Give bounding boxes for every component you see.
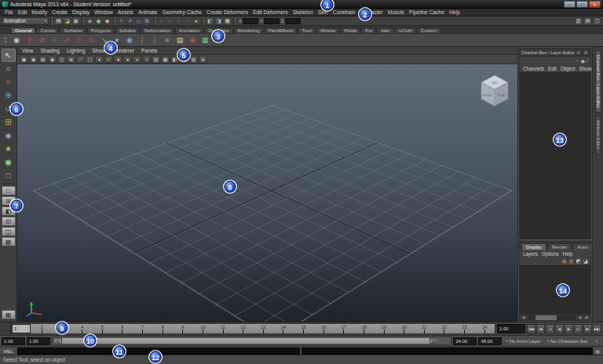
channel-box-toggle-icon[interactable]: ◫ [593, 17, 601, 25]
range-end-handle[interactable]: 24 [429, 338, 438, 344]
go-to-start-button[interactable]: |◀◀ [527, 324, 535, 334]
shelf-tab-muscle[interactable]: Muscle [316, 27, 339, 33]
frame-tick[interactable]: 16 [313, 324, 334, 333]
show-manipulator-icon[interactable]: ◉ [2, 155, 16, 169]
range-start-handle[interactable]: 1 [53, 338, 62, 344]
frame-tick[interactable]: 24 [474, 324, 495, 333]
frame-tick[interactable]: 22 [434, 324, 455, 333]
perspective-viewport[interactable]: top FRONT RIGHT [17, 64, 517, 322]
shelf-tab-rendering[interactable]: Rendering [234, 27, 264, 33]
make-live-icon[interactable]: ∩ [157, 17, 166, 25]
time-slider[interactable]: 1 2 3 4 5 6 7 [11, 323, 495, 334]
save-scene-icon[interactable]: ▣ [71, 17, 80, 25]
shelf-tab-fluids[interactable]: Fluids [340, 27, 360, 33]
auto-keyframe-icon[interactable]: ● [591, 338, 601, 344]
shelf-tab-custom[interactable]: Custom [417, 27, 441, 33]
hyperbolic-pencil-icon[interactable]: ∕ [587, 58, 588, 63]
shelf-tab-subdivs[interactable]: Subdivs [115, 27, 140, 33]
channel-box-menu-item[interactable]: Channels [523, 66, 544, 71]
menu-item[interactable]: Constrain [331, 9, 358, 15]
shelf-tab-general[interactable]: General [11, 27, 35, 33]
frame-tick[interactable]: 3 [52, 324, 72, 333]
frame-tick[interactable]: 19 [374, 324, 394, 333]
shelf-fluid-icon[interactable]: ▦ [199, 35, 210, 46]
two-d-pan-zoom-icon[interactable]: ⊞ [67, 56, 75, 64]
xyz-axis-icon[interactable]: + [576, 58, 579, 63]
menu-item[interactable]: Edit [16, 9, 30, 15]
current-frame-indicator[interactable]: 1 [12, 324, 31, 333]
command-line-input[interactable] [17, 348, 300, 355]
layer-editor-menu-item[interactable]: Options [542, 251, 559, 257]
shelf-tab-deformation[interactable]: Deformation [141, 27, 174, 33]
safe-action-icon[interactable]: ▧ [189, 56, 198, 64]
motion-blur-icon[interactable]: ◑ [142, 56, 151, 64]
layer-tab-render[interactable]: Render [547, 243, 572, 250]
shelf-ik-handle-icon[interactable]: ⋮ [149, 35, 160, 46]
new-layer-assign-icon[interactable]: ◪ [583, 258, 588, 264]
shelf-graph-icon[interactable]: ▤ [174, 35, 185, 46]
animation-end-field[interactable]: 48.00 [478, 337, 502, 345]
playback-end-field[interactable]: 24.00 [453, 337, 477, 345]
frame-tick[interactable]: 2 [32, 324, 53, 333]
shelf-tab-ncloth[interactable]: nCloth [395, 27, 416, 33]
step-back-frame-button[interactable]: |◀ [536, 324, 545, 334]
play-backwards-button[interactable]: ◀ [555, 324, 564, 334]
menu-item[interactable]: Assets [115, 9, 136, 15]
menu-item[interactable]: File [2, 9, 16, 15]
lasso-tool-icon[interactable]: ○ [2, 62, 16, 75]
frame-tick[interactable]: 21 [415, 324, 435, 333]
shelf-pencil-curve-icon[interactable]: ≈ [49, 35, 60, 46]
shadows-icon[interactable]: ● [123, 56, 132, 64]
range-slider[interactable]: 1 24 [52, 337, 451, 345]
scroll-right-icon[interactable]: ▶ [583, 315, 590, 319]
menu-item[interactable]: Window [92, 9, 115, 15]
character-set-dropdown[interactable]: ▾ No Character Set [545, 338, 590, 344]
layout-persp-outliner-icon[interactable]: ◧ [2, 206, 16, 216]
snap-to-point-icon[interactable]: ◇ [134, 17, 143, 25]
output-connections-icon[interactable]: ∩ [174, 17, 183, 25]
menu-item[interactable]: Display [70, 9, 92, 15]
menu-item[interactable]: Pipeline Cache [407, 9, 447, 15]
panel-menu-item[interactable]: Show [92, 48, 105, 53]
scroll-left-icon[interactable]: ◀ [520, 315, 527, 319]
side-tab-attribute-editor[interactable]: Attribute Editor [595, 115, 601, 155]
shelf-joint-icon[interactable]: ⋮ [137, 35, 148, 46]
layer-empty-icon[interactable]: ▤ [561, 258, 566, 264]
layer-editor-menu-item[interactable]: Layers [523, 251, 538, 257]
textured-icon[interactable]: ◐ [104, 56, 113, 64]
camera-attributes-icon[interactable]: ▤ [38, 56, 47, 64]
frame-tick[interactable]: 23 [455, 324, 475, 333]
isolate-select-icon[interactable]: ▥ [152, 56, 160, 64]
layer-list[interactable] [520, 265, 590, 314]
shelf-detach-curve-icon[interactable]: ↘ [99, 35, 110, 46]
shelf-tab-polygons[interactable]: Polygons [87, 27, 115, 33]
snap-to-plane-icon[interactable]: ⊞ [143, 17, 152, 25]
panel-menu-item[interactable]: View [22, 48, 33, 53]
frame-tick[interactable]: 11 [213, 324, 233, 333]
menu-item[interactable]: Create [49, 9, 70, 15]
layout-four-view-icon[interactable]: ⊞ [2, 196, 16, 206]
coordinate-input[interactable] [243, 18, 258, 24]
select-camera-icon[interactable]: ▣ [20, 56, 28, 64]
close-panel-icon[interactable]: × [583, 49, 589, 56]
rotate-tool-icon[interactable]: ↺ [2, 102, 16, 115]
snap-to-grid-icon[interactable]: + [117, 17, 126, 25]
select-component-icon[interactable]: ◆ [103, 17, 111, 25]
bookmark-icon[interactable]: ◆ [48, 56, 57, 64]
coordinate-input[interactable] [285, 18, 301, 24]
close-button[interactable]: × [589, 1, 601, 8]
shelf-tab-dynamics[interactable]: Dynamics [204, 27, 232, 33]
select-tool-icon[interactable]: ↖ [2, 49, 16, 62]
frame-tick[interactable]: 17 [334, 324, 354, 333]
image-plane-icon[interactable]: ◫ [57, 56, 66, 64]
range-bar[interactable]: 1 24 [53, 338, 438, 344]
menu-item[interactable]: Geometry Cache [159, 9, 204, 15]
gate-mask-icon[interactable]: ◨ [180, 56, 188, 64]
scrollbar-track[interactable] [528, 315, 576, 320]
field-chart-icon[interactable]: ▦ [161, 56, 170, 64]
new-scene-icon[interactable]: ▤ [54, 17, 63, 25]
input-connections-icon[interactable]: ∩ [166, 17, 174, 25]
frame-tick[interactable]: 20 [394, 324, 415, 333]
shelf-tab-animation[interactable]: Animation [175, 27, 204, 33]
anim-layer-dropdown[interactable]: ▾ No Anim Layer [503, 338, 543, 344]
